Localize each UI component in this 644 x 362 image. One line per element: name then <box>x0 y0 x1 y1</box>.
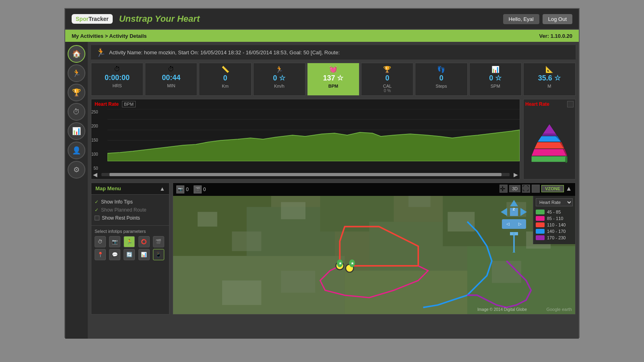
vzone-expand[interactable]: ▲ <box>566 185 572 192</box>
chart-title-text: Heart Rate <box>95 101 119 107</box>
map-menu-title: Map Menu <box>95 185 121 191</box>
google-earth-label: Google earth <box>546 307 572 312</box>
svg-rect-35 <box>222 280 261 305</box>
svg-rect-27 <box>198 212 217 226</box>
svg-rect-26 <box>345 271 467 314</box>
chart-y-label-50: 50 <box>91 166 100 171</box>
pyramid-svg <box>529 120 570 168</box>
infotips-grid-2: 📍 💬 🔄 📊 📱 <box>95 249 166 260</box>
ts-3: 18:34:33 <box>153 179 167 179</box>
nav-left[interactable] <box>501 208 507 216</box>
stats-bar: ⏱ 0:00:00 HRS ⏱ 00:44 MIN 📏 0 Km 🏃 0 ☆ <box>91 63 576 96</box>
hr-color-4 <box>536 229 545 234</box>
infotip-btn-pin[interactable]: 📍 <box>95 249 106 260</box>
hr-legend-select[interactable]: Heart Rate <box>536 198 573 206</box>
infotips-section: Select infotips parameters ⏱ 📷 🏃 ⭕ 🎬 📍 💬… <box>91 225 169 263</box>
stat-min-label: MIN <box>149 83 194 88</box>
ts-2: 18:33:07 <box>124 179 138 179</box>
map-crosshair-btn[interactable]: ✛ <box>500 185 508 193</box>
map-3d-controls: ✛ 3D ⛶ VZONE ▲ <box>496 183 575 194</box>
infotip-btn-chat[interactable]: 💬 <box>109 249 120 260</box>
camera-count-btn[interactable]: 📷 0 <box>176 185 189 193</box>
bottom-section: Map Menu ▲ ✓ Show Info Tips ✓ Show Plann… <box>91 183 576 315</box>
hr-legend-item-4: 140 - 170 <box>536 229 573 234</box>
stat-kmh-icon: 🏃 <box>257 66 302 73</box>
stat-steps-icon: 👣 <box>419 66 464 73</box>
chart-svg <box>107 109 520 161</box>
nav-zoom-minus[interactable]: − <box>512 249 515 255</box>
infotip-btn-refresh[interactable]: 🔄 <box>124 249 135 260</box>
infotip-btn-run[interactable]: 🏃 <box>124 236 135 247</box>
header-right: Hello, Eyal Log Out <box>503 14 572 24</box>
vzone-btn[interactable]: VZONE <box>541 185 564 192</box>
infotip-btn-video[interactable]: 🎬 <box>153 236 164 247</box>
svg-marker-17 <box>566 156 568 163</box>
stat-cal-label: CAL <box>365 84 410 88</box>
label-infotips: Show Info Tips <box>101 199 133 205</box>
check-rest[interactable] <box>95 216 99 220</box>
map-menu-collapse-icon[interactable]: ▲ <box>159 185 165 192</box>
infotip-btn-camera[interactable]: 📷 <box>109 236 120 247</box>
sidebar-btn-settings[interactable]: ⚙ <box>68 161 85 179</box>
infotip-btn-stats[interactable]: 📊 <box>138 249 150 260</box>
chart-unit: BPM <box>122 101 136 107</box>
map-fullscreen-btn[interactable]: ⛶ <box>522 185 530 193</box>
svg-rect-28 <box>232 231 261 251</box>
infotip-btn-timer[interactable]: ⏱ <box>95 236 106 247</box>
map-menu-item-infotips: ✓ Show Info Tips <box>95 198 166 206</box>
svg-marker-8 <box>541 134 557 136</box>
ts-14: 18:50:24 <box>473 179 487 179</box>
stat-m-label: M <box>527 84 572 88</box>
hr-range-4: 140 - 170 <box>547 229 566 234</box>
main-layout: 🏠 🏃 🏆 ⏱ 📊 👤 ⚙ 🏃 Activity Name: home mozk… <box>65 42 579 339</box>
video-count-btn[interactable]: 🎬 0 <box>194 185 206 193</box>
stat-kmh-label: Km/h <box>257 84 302 88</box>
nav-tilt-left[interactable]: ◁ <box>506 222 510 226</box>
stat-m: 📐 35.6 ☆ M <box>523 63 576 96</box>
activity-info: 🏃 Activity Name: home mozkin, Start On: … <box>91 45 576 60</box>
hr-color-3 <box>536 222 545 227</box>
sidebar-btn-home[interactable]: 🏠 <box>68 45 85 63</box>
nav-right[interactable] <box>520 208 527 216</box>
svg-rect-36 <box>281 271 315 293</box>
sidebar-btn-gauge[interactable]: ⏱ <box>68 103 85 121</box>
chart-scrollbar-area: ◀ ▶ <box>91 171 520 178</box>
stat-bpm-value: 137 ☆ <box>311 74 356 83</box>
sidebar-btn-activity[interactable]: 🏃 <box>68 64 85 82</box>
map-menu-items: ✓ Show Info Tips ✓ Show Planned Route Sh… <box>91 195 169 225</box>
infotips-grid-1: ⏱ 📷 🏃 ⭕ 🎬 <box>95 236 166 247</box>
nav-center-label: Z <box>513 207 515 211</box>
infotip-btn-circle[interactable]: ⭕ <box>138 236 150 247</box>
sidebar: 🏠 🏃 🏆 ⏱ 📊 👤 ⚙ <box>65 42 88 339</box>
sidebar-btn-user[interactable]: 👤 <box>68 142 85 159</box>
stat-km-value: 0 <box>202 74 248 83</box>
infotip-btn-phone[interactable]: 📱 <box>153 249 164 260</box>
stat-cal: 🏆 0 CAL 0 % <box>361 63 413 96</box>
map-area[interactable]: 📷 0 🎬 0 ✛ 3D ⛶ <box>173 183 576 315</box>
chart-scrollbar[interactable] <box>101 173 510 176</box>
nav-tilt-right[interactable]: ▷ <box>518 222 522 226</box>
heart-rate-chart: Heart Rate BPM 250 200 150 100 50 <box>91 99 520 179</box>
chart-y-label-150: 150 <box>91 138 100 142</box>
svg-rect-30 <box>409 196 431 207</box>
charts-section: Heart Rate BPM 250 200 150 100 50 <box>91 99 576 179</box>
chart-y-label-250: 250 <box>91 110 100 114</box>
stat-steps-value: 0 <box>419 74 464 83</box>
ts-5: 18:37:26 <box>211 179 225 179</box>
ts-6: 18:38:52 <box>240 179 254 179</box>
sidebar-btn-chart[interactable]: 📊 <box>68 122 85 140</box>
chart-scroll-left[interactable]: ◀ <box>93 171 97 178</box>
sidebar-btn-trophy[interactable]: 🏆 <box>68 84 85 101</box>
svg-rect-31 <box>448 212 475 231</box>
chart-scroll-right[interactable]: ▶ <box>514 171 518 178</box>
map-copyright: Image © 2014 Digital Globe <box>477 307 527 312</box>
map-nav-control: Z ◁ ▷ + − <box>501 200 527 252</box>
stat-min: ⏱ 00:44 MIN <box>145 63 197 96</box>
logout-button[interactable]: Log Out <box>543 14 572 24</box>
chart-side-expand[interactable] <box>567 101 574 107</box>
breadcrumb-bar: My Activities > Activity Details Ver: 1.… <box>65 30 579 42</box>
hr-range-2: 85 - 110 <box>547 216 563 221</box>
map-3d-btn[interactable]: 3D <box>509 185 520 192</box>
nav-zoom-plus[interactable]: + <box>512 230 515 237</box>
nav-up[interactable] <box>510 200 518 206</box>
